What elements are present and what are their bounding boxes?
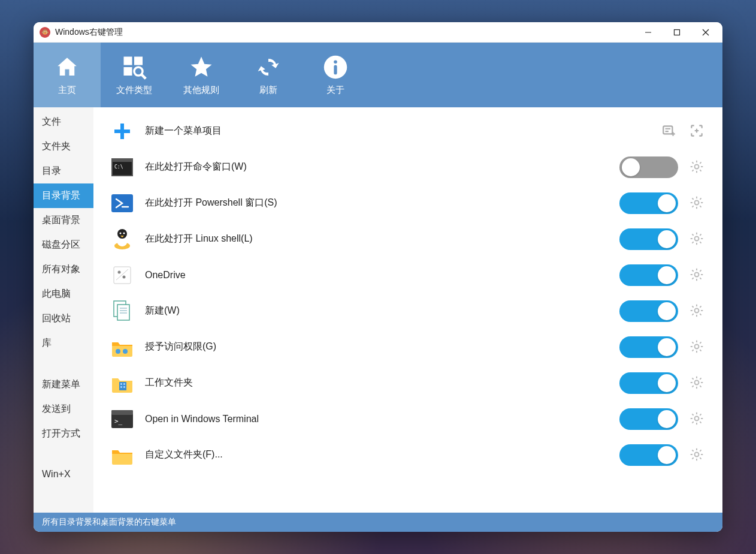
svg-point-46 — [695, 344, 699, 348]
svg-rect-11 — [334, 65, 337, 74]
toolbar-grid-search[interactable]: 文件类型 — [101, 43, 168, 107]
gear-icon[interactable] — [689, 231, 706, 248]
sidebar-item[interactable]: 目录 — [34, 159, 93, 183]
status-text: 所有目录背景和桌面背景的右键菜单 — [42, 517, 176, 528]
svg-point-10 — [334, 60, 337, 64]
focus-icon[interactable] — [689, 123, 706, 140]
toolbar-home[interactable]: 主页 — [34, 43, 101, 107]
grid-search-icon — [122, 55, 147, 80]
maximize-icon — [673, 29, 681, 36]
svg-text:C:\: C:\ — [114, 164, 123, 170]
sidebar-item[interactable]: 新建菜单 — [34, 372, 93, 397]
menu-item-label: 自定义文件夹(F)... — [145, 448, 609, 461]
sidebar-item[interactable]: 桌面背景 — [34, 208, 93, 233]
toolbar-star[interactable]: 其他规则 — [168, 43, 235, 107]
menu-item-row: 在此处打开 Powershell 窗口(S) — [105, 185, 710, 221]
gear-icon[interactable] — [689, 303, 706, 320]
window-title: Windows右键管理 — [55, 27, 634, 38]
svg-point-34 — [118, 270, 121, 273]
toggle-switch[interactable] — [619, 336, 678, 358]
menu-item-row: 工作文件夹 — [105, 365, 710, 401]
sidebar-item[interactable]: 文件夹 — [34, 134, 93, 159]
linux-icon — [110, 227, 134, 251]
sidebar-item[interactable]: 发送到 — [34, 397, 93, 421]
body: 文件文件夹目录目录背景桌面背景磁盘分区所有对象此电脑回收站库新建菜单发送到打开方… — [34, 107, 722, 513]
svg-rect-13 — [114, 130, 130, 133]
add-list-icon[interactable] — [661, 123, 678, 140]
toggle-switch[interactable] — [619, 300, 678, 322]
info-icon — [323, 55, 348, 80]
sidebar-divider — [34, 356, 93, 372]
toolbar-info[interactable]: 关于 — [302, 43, 369, 107]
svg-point-31 — [123, 232, 125, 234]
menu-item-label: 在此处打开 Linux shell(L) — [145, 233, 609, 245]
sidebar-item[interactable]: 回收站 — [34, 306, 93, 331]
new-item-label: 新建一个菜单项目 — [145, 125, 392, 137]
sidebar: 文件文件夹目录目录背景桌面背景磁盘分区所有对象此电脑回收站库新建菜单发送到打开方… — [34, 107, 93, 513]
toggle-switch[interactable] — [619, 156, 678, 178]
gear-icon[interactable] — [689, 159, 706, 176]
sidebar-item[interactable]: 目录背景 — [34, 183, 93, 208]
statusbar: 所有目录背景和桌面背景的右键菜单 — [34, 513, 722, 532]
sidebar-item[interactable]: 此电脑 — [34, 282, 93, 306]
toggle-knob — [658, 338, 676, 356]
titlebar: 🐵 Windows右键管理 — [34, 22, 722, 43]
svg-rect-48 — [120, 383, 122, 385]
app-window: 🐵 Windows右键管理 主页文件类型其他规则刷新关于 文件文件夹目录目录背景… — [34, 22, 722, 532]
menu-item-label: 工作文件夹 — [145, 377, 609, 389]
toggle-knob — [658, 410, 676, 428]
toggle-switch[interactable] — [619, 228, 678, 250]
gear-icon[interactable] — [689, 339, 706, 356]
toolbar-label: 其他规则 — [183, 85, 219, 96]
toggle-switch[interactable] — [619, 444, 678, 466]
menu-item-row: 授予访问权限(G) — [105, 329, 710, 365]
sidebar-item[interactable]: 所有对象 — [34, 257, 93, 282]
gear-icon[interactable] — [689, 447, 706, 463]
app-icon: 🐵 — [40, 27, 50, 38]
plus-icon — [110, 119, 134, 143]
sidebar-item[interactable]: 磁盘分区 — [34, 233, 93, 257]
menu-item-row: 新建(W) — [105, 293, 710, 329]
toggle-knob — [658, 302, 676, 320]
powershell-icon — [110, 191, 134, 215]
minimize-button[interactable] — [634, 22, 663, 43]
toggle-switch[interactable] — [619, 372, 678, 394]
close-button[interactable] — [691, 22, 720, 43]
sidebar-item[interactable]: 库 — [34, 331, 93, 356]
svg-line-8 — [141, 74, 146, 79]
gear-icon[interactable] — [689, 267, 706, 284]
svg-text:>_: >_ — [114, 417, 123, 425]
minimize-icon — [645, 29, 652, 36]
refresh-icon — [256, 55, 281, 80]
svg-rect-5 — [134, 56, 143, 65]
svg-rect-51 — [123, 386, 125, 388]
sidebar-item[interactable]: 打开方式 — [34, 421, 93, 446]
toolbar-label: 文件类型 — [116, 85, 152, 96]
menu-item-label: 授予访问权限(G) — [145, 341, 609, 353]
toggle-knob — [658, 446, 676, 464]
toggle-knob — [658, 194, 676, 212]
gear-icon[interactable] — [689, 195, 706, 212]
gear-icon[interactable] — [689, 411, 706, 427]
new-item-row[interactable]: 新建一个菜单项目 — [105, 113, 710, 149]
svg-point-35 — [123, 275, 126, 278]
toolbar-label: 刷新 — [259, 85, 277, 96]
svg-point-30 — [120, 232, 122, 234]
menu-item-label: 在此处打开 Powershell 窗口(S) — [145, 197, 609, 209]
sidebar-item[interactable]: Win+X — [34, 463, 93, 486]
svg-rect-50 — [120, 386, 122, 388]
svg-point-56 — [695, 416, 699, 420]
menu-item-row: >_Open in Windows Terminal — [105, 401, 710, 437]
toolbar-refresh[interactable]: 刷新 — [235, 43, 302, 107]
gear-icon[interactable] — [689, 375, 706, 392]
toggle-switch[interactable] — [619, 408, 678, 430]
onedrive-icon — [110, 263, 134, 287]
toggle-switch[interactable] — [619, 264, 678, 286]
toggle-switch[interactable] — [619, 192, 678, 214]
svg-point-52 — [695, 380, 699, 384]
menu-item-row: 在此处打开 Linux shell(L) — [105, 221, 710, 257]
maximize-button[interactable] — [663, 22, 691, 43]
content: 新建一个菜单项目 C:\在此处打开命令窗口(W)在此处打开 Powershell… — [93, 107, 722, 513]
sidebar-item[interactable]: 文件 — [34, 110, 93, 134]
terminal-icon: >_ — [110, 407, 134, 431]
